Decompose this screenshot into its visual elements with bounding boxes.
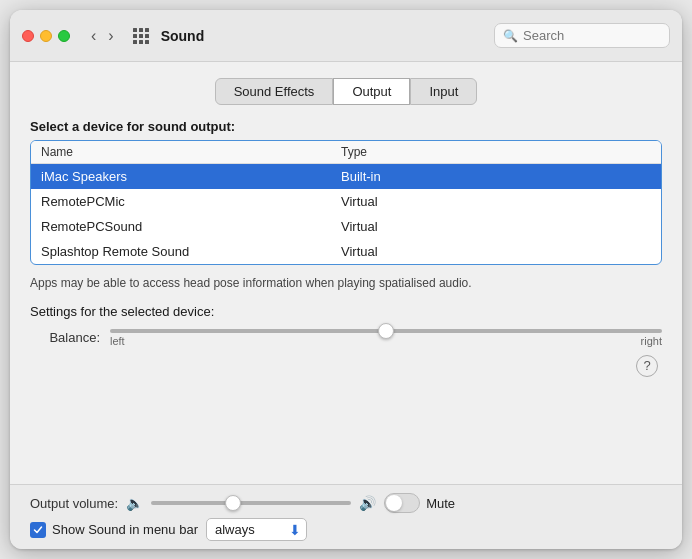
tab-input[interactable]: Input xyxy=(410,78,477,105)
device-name: RemotePCMic xyxy=(41,194,341,209)
close-button[interactable] xyxy=(22,30,34,42)
mute-group: Mute xyxy=(384,493,455,513)
column-header-name: Name xyxy=(41,145,341,159)
table-body: iMac Speakers Built-in RemotePCMic Virtu… xyxy=(31,164,661,264)
table-row[interactable]: Splashtop Remote Sound Virtual xyxy=(31,239,661,264)
bottom-rows: Output volume: 🔈 🔊 Mute xyxy=(30,493,662,541)
device-type: Built-in xyxy=(341,169,651,184)
tabs: Sound Effects Output Input xyxy=(30,78,662,105)
device-list-heading: Select a device for sound output: xyxy=(30,119,662,134)
output-volume-label: Output volume: xyxy=(30,496,118,511)
table-header: Name Type xyxy=(31,141,661,164)
forward-button[interactable]: › xyxy=(103,25,118,47)
help-row: ? xyxy=(30,351,662,377)
show-sound-checkbox[interactable] xyxy=(30,522,46,538)
table-row[interactable]: RemotePCSound Virtual xyxy=(31,214,661,239)
output-volume-slider[interactable] xyxy=(151,501,351,505)
table-row[interactable]: RemotePCMic Virtual xyxy=(31,189,661,214)
device-type: Virtual xyxy=(341,244,651,259)
content-area: Sound Effects Output Input Select a devi… xyxy=(10,62,682,484)
balance-row: Balance: left right xyxy=(30,329,662,347)
nav-buttons: ‹ › xyxy=(86,25,119,47)
menu-bar-dropdown[interactable]: always never when active xyxy=(206,518,307,541)
balance-slider-container: left right xyxy=(110,329,662,347)
title-bar: ‹ › Sound 🔍 xyxy=(10,10,682,62)
device-table: Name Type iMac Speakers Built-in RemoteP… xyxy=(30,140,662,265)
volume-high-icon: 🔊 xyxy=(359,495,376,511)
output-volume-row: Output volume: 🔈 🔊 Mute xyxy=(30,493,662,513)
window-title: Sound xyxy=(161,28,486,44)
show-sound-label: Show Sound in menu bar xyxy=(52,522,198,537)
mute-toggle[interactable] xyxy=(384,493,420,513)
device-name: RemotePCSound xyxy=(41,219,341,234)
search-icon: 🔍 xyxy=(503,29,518,43)
main-window: ‹ › Sound 🔍 Sound Effects Output Input S… xyxy=(10,10,682,549)
device-type: Virtual xyxy=(341,219,651,234)
menu-bar-row: Show Sound in menu bar always never when… xyxy=(30,518,662,541)
back-button[interactable]: ‹ xyxy=(86,25,101,47)
search-input[interactable] xyxy=(523,28,663,43)
maximize-button[interactable] xyxy=(58,30,70,42)
tab-sound-effects[interactable]: Sound Effects xyxy=(215,78,334,105)
minimize-button[interactable] xyxy=(40,30,52,42)
balance-slider[interactable] xyxy=(110,329,662,333)
table-row[interactable]: iMac Speakers Built-in xyxy=(31,164,661,189)
traffic-lights xyxy=(22,30,70,42)
bottom-bar: Output volume: 🔈 🔊 Mute xyxy=(10,484,682,549)
checkmark-icon xyxy=(33,525,43,535)
volume-low-icon: 🔈 xyxy=(126,495,143,511)
mute-label: Mute xyxy=(426,496,455,511)
help-button[interactable]: ? xyxy=(636,355,658,377)
tab-output[interactable]: Output xyxy=(333,78,410,105)
device-name: iMac Speakers xyxy=(41,169,341,184)
balance-right-label: right xyxy=(641,335,662,347)
balance-label: Balance: xyxy=(30,330,100,345)
menu-bar-checkbox-container: Show Sound in menu bar xyxy=(30,522,198,538)
info-text: Apps may be able to access head pose inf… xyxy=(30,275,662,292)
balance-left-label: left xyxy=(110,335,125,347)
always-dropdown-wrapper: always never when active ⬇ xyxy=(206,518,307,541)
device-type: Virtual xyxy=(341,194,651,209)
search-bar[interactable]: 🔍 xyxy=(494,23,670,48)
device-name: Splashtop Remote Sound xyxy=(41,244,341,259)
toggle-knob xyxy=(386,495,402,511)
settings-label: Settings for the selected device: xyxy=(30,304,662,319)
column-header-type: Type xyxy=(341,145,651,159)
balance-slider-labels: left right xyxy=(110,335,662,347)
app-grid-icon[interactable] xyxy=(133,28,149,44)
